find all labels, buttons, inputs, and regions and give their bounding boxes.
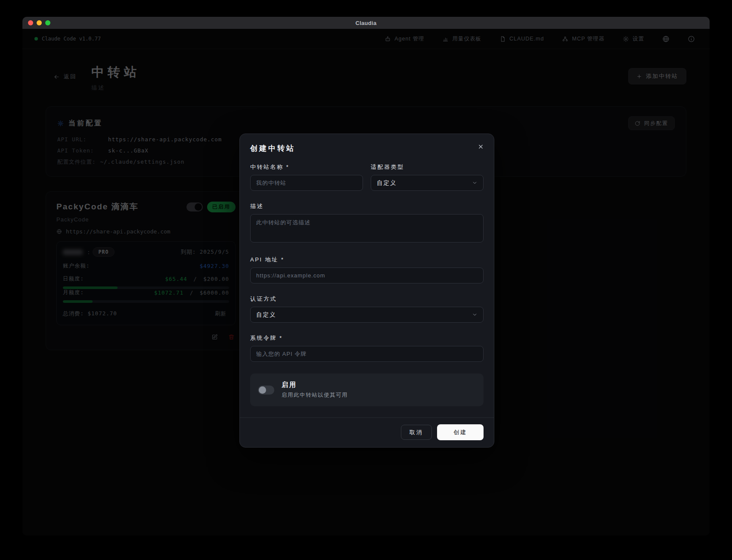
traffic-lights — [28, 17, 50, 29]
adapter-type-label: 适配器类型 — [371, 163, 484, 171]
cancel-button[interactable]: 取消 — [401, 425, 432, 440]
modal-title: 创建中转站 — [250, 143, 484, 153]
station-name-field: 中转站名称 * — [250, 163, 363, 191]
api-url-input[interactable] — [250, 268, 484, 283]
titlebar: Claudia — [22, 17, 710, 29]
auth-method-label: 认证方式 — [250, 295, 484, 303]
api-url-field: API 地址 * — [250, 256, 484, 283]
station-name-input[interactable] — [250, 175, 363, 191]
window-title: Claudia — [355, 20, 376, 26]
system-token-input[interactable] — [250, 346, 484, 362]
chevron-down-icon — [472, 312, 478, 317]
create-station-modal: 创建中转站 中转站名称 * 适配器类型 自定义 描述 API 地址 * 认证方式… — [239, 134, 494, 448]
system-token-label: 系统令牌 * — [250, 334, 484, 342]
modal-footer: 取消 创建 — [240, 417, 494, 447]
zoom-window-button[interactable] — [45, 20, 50, 25]
description-field: 描述 — [250, 202, 484, 244]
description-label: 描述 — [250, 202, 484, 210]
api-url-label: API 地址 * — [250, 256, 484, 264]
adapter-type-select[interactable]: 自定义 — [371, 175, 484, 191]
auth-method-field: 认证方式 自定义 — [250, 295, 484, 323]
description-textarea[interactable] — [250, 214, 484, 243]
adapter-type-field: 适配器类型 自定义 — [371, 163, 484, 191]
enable-title: 启用 — [282, 381, 348, 389]
modal-close-button[interactable] — [477, 143, 485, 151]
enable-panel: 启用 启用此中转站以使其可用 — [250, 373, 484, 406]
minimize-window-button[interactable] — [37, 20, 42, 25]
close-icon — [478, 143, 484, 150]
auth-method-select[interactable]: 自定义 — [250, 307, 484, 323]
close-window-button[interactable] — [28, 20, 33, 25]
enable-description: 启用此中转站以使其可用 — [282, 392, 348, 399]
enable-toggle[interactable] — [258, 386, 274, 395]
station-name-label: 中转站名称 * — [250, 163, 363, 171]
create-button[interactable]: 创建 — [437, 424, 484, 440]
system-token-field: 系统令牌 * — [250, 334, 484, 362]
chevron-down-icon — [472, 180, 478, 186]
toggle-knob — [259, 386, 266, 394]
